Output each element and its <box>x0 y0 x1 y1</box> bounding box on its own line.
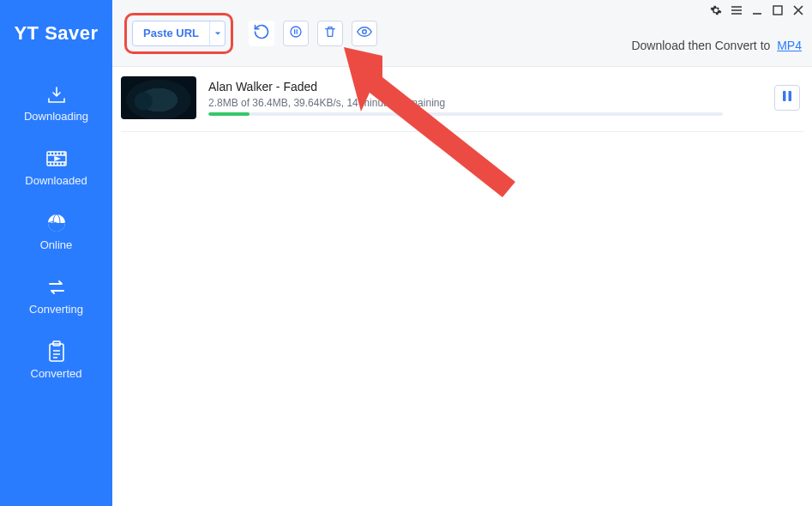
paste-url-button[interactable]: Paste URL <box>132 21 226 46</box>
minimize-button[interactable] <box>749 3 766 19</box>
video-thumbnail[interactable] <box>121 76 196 119</box>
pause-icon <box>782 90 792 105</box>
progress-bar <box>208 112 723 116</box>
paste-url-label: Paste URL <box>133 27 209 39</box>
close-icon <box>793 5 803 18</box>
convert-arrows-icon <box>45 277 69 298</box>
film-strip-icon <box>45 148 69 169</box>
brand-name: YT Saver <box>14 22 98 45</box>
window-controls <box>707 3 807 19</box>
retry-button[interactable] <box>249 21 274 46</box>
svg-rect-3 <box>50 344 63 361</box>
gear-icon <box>710 4 722 19</box>
toolbar: Paste URL <box>112 0 812 67</box>
sidebar-nav: Downloading Downloaded <box>0 67 112 397</box>
paste-url-highlight: Paste URL <box>124 13 233 54</box>
download-info: Alan Walker - Faded 2.8MB of 36.4MB, 39.… <box>208 80 762 116</box>
pause-button[interactable] <box>774 85 800 111</box>
download-title: Alan Walker - Faded <box>208 80 762 93</box>
toolbar-actions <box>249 21 377 46</box>
eye-icon <box>357 26 372 40</box>
svg-rect-5 <box>773 6 782 15</box>
globe-icon <box>45 213 69 233</box>
downloads-list: Alan Walker - Faded 2.8MB of 36.4MB, 39.… <box>112 67 812 506</box>
convert-target: Download then Convert to MP4 <box>631 39 802 52</box>
download-status: 2.8MB of 36.4MB, 39.64KB/s, 14 minutes r… <box>208 97 762 109</box>
sidebar-item-converted[interactable]: Converted <box>0 333 112 397</box>
svg-rect-9 <box>783 91 786 101</box>
download-arrow-icon <box>45 84 69 105</box>
sidebar-item-downloaded[interactable]: Downloaded <box>0 140 112 204</box>
trash-icon <box>323 25 337 41</box>
main-panel: Paste URL <box>112 0 812 506</box>
sidebar-item-label: Converting <box>29 303 83 316</box>
progress-fill <box>208 112 250 116</box>
download-item: Alan Walker - Faded 2.8MB of 36.4MB, 39.… <box>121 79 803 132</box>
chevron-down-icon[interactable] <box>209 21 225 45</box>
sidebar: YT Saver Downloading <box>0 0 112 506</box>
pause-all-button[interactable] <box>283 21 309 46</box>
preview-button[interactable] <box>352 21 377 46</box>
clipboard-icon <box>45 341 69 362</box>
svg-rect-10 <box>789 91 792 101</box>
sidebar-item-label: Downloading <box>24 110 88 123</box>
convert-format-link[interactable]: MP4 <box>777 39 802 52</box>
sidebar-item-downloading[interactable]: Downloading <box>0 75 112 140</box>
delete-button[interactable] <box>317 21 343 46</box>
sidebar-item-converting[interactable]: Converting <box>0 268 112 333</box>
svg-point-6 <box>291 27 301 37</box>
brand-logo: YT Saver <box>0 0 112 67</box>
sidebar-item-online[interactable]: Online <box>0 204 112 268</box>
svg-point-7 <box>363 30 367 34</box>
minimize-icon <box>752 5 762 18</box>
maximize-button[interactable] <box>769 3 786 19</box>
sidebar-item-label: Converted <box>31 367 82 380</box>
menu-icon <box>731 5 743 18</box>
refresh-icon <box>253 23 270 43</box>
sidebar-item-label: Online <box>40 238 73 251</box>
close-button[interactable] <box>790 3 807 19</box>
menu-button[interactable] <box>728 3 745 19</box>
convert-label: Download then Convert to <box>631 39 770 52</box>
pause-circle-icon <box>289 25 303 41</box>
settings-button[interactable] <box>707 3 725 19</box>
maximize-icon <box>773 5 783 18</box>
sidebar-item-label: Downloaded <box>25 174 87 187</box>
